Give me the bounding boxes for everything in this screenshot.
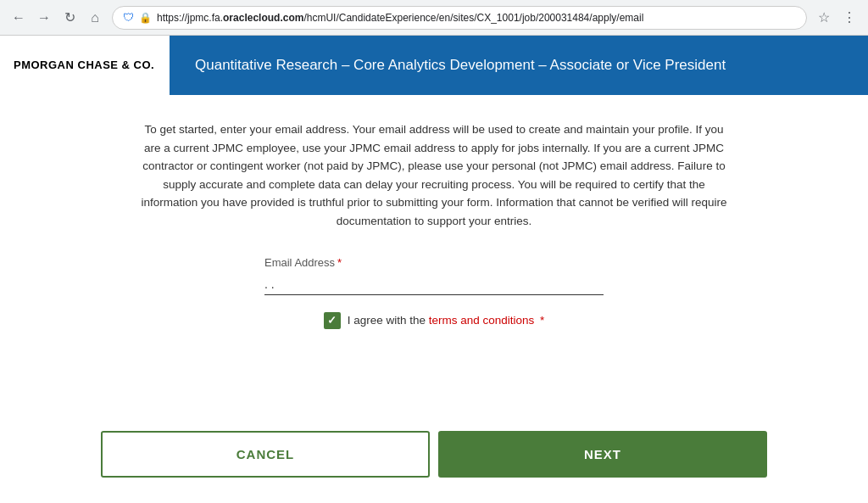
bookmark-button[interactable]: ☆ — [814, 8, 834, 28]
cancel-button[interactable]: CANCEL — [101, 431, 430, 478]
shield-icon: 🛡 — [123, 11, 134, 24]
back-button[interactable]: ← — [8, 8, 29, 28]
main-area: To get started, enter your email address… — [0, 95, 868, 503]
browser-chrome: ← → ↻ ⌂ 🛡 🔒 https://jpmc.fa.oraclecloud.… — [0, 0, 868, 36]
terms-checkbox-visual — [324, 312, 341, 329]
logo-area: PMorgan Chase & Co. — [0, 36, 170, 95]
terms-checkbox-row: I agree with the terms and conditions * — [324, 312, 545, 329]
menu-button[interactable]: ⋮ — [839, 8, 860, 28]
email-input[interactable] — [264, 274, 604, 295]
company-logo: PMorgan Chase & Co. — [14, 59, 154, 73]
nav-buttons: ← → ↻ ⌂ — [8, 8, 105, 28]
job-title: Quantitative Research – Core Analytics D… — [195, 57, 843, 74]
footer-buttons: CANCEL NEXT — [34, 414, 834, 486]
browser-actions: ☆ ⋮ — [814, 8, 860, 28]
checkbox-required: * — [540, 314, 544, 327]
form-section: Email Address* I agree with the terms an… — [34, 256, 834, 329]
email-field-container: Email Address* — [264, 256, 604, 295]
page-content: PMorgan Chase & Co. Quantitative Researc… — [0, 36, 868, 503]
forward-button[interactable]: → — [34, 8, 54, 28]
logo-text: PMorgan Chase & Co. — [14, 59, 154, 71]
address-bar[interactable]: 🛡 🔒 https://jpmc.fa.oraclecloud.com/hcmU… — [112, 6, 807, 30]
reload-button[interactable]: ↻ — [59, 8, 80, 28]
required-indicator: * — [337, 256, 342, 269]
email-label: Email Address* — [264, 256, 604, 269]
checkbox-wrapper[interactable] — [324, 312, 341, 329]
url-text: https://jpmc.fa.oraclecloud.com/hcmUI/Ca… — [157, 12, 796, 24]
home-button[interactable]: ⌂ — [85, 8, 105, 28]
terms-link[interactable]: terms and conditions — [429, 314, 535, 327]
job-title-area: Quantitative Research – Core Analytics D… — [170, 57, 868, 74]
next-button[interactable]: NEXT — [438, 431, 767, 478]
intro-paragraph: To get started, enter your email address… — [137, 120, 731, 231]
url-domain: oraclecloud.com — [223, 12, 303, 24]
lock-icon: 🔒 — [139, 12, 152, 24]
agree-text: I agree with the terms and conditions * — [348, 314, 545, 327]
site-header: PMorgan Chase & Co. Quantitative Researc… — [0, 36, 868, 95]
